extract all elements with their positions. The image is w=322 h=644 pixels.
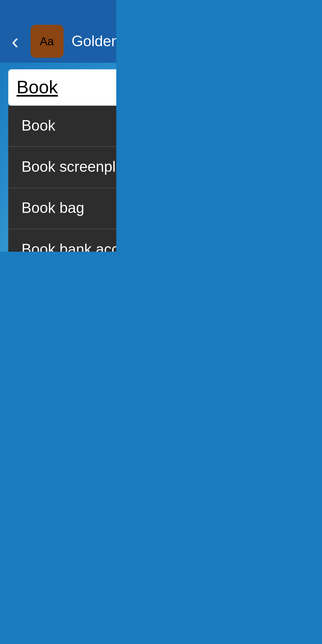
main-content: Book ✕ 🔍 Book Book screenplays Book bag … [0, 63, 116, 252]
search-input[interactable]: Book [16, 77, 116, 98]
list-item[interactable]: Book screenplays [8, 147, 116, 188]
app-icon: Aa [30, 25, 64, 58]
app-header: ‹ Aa Golden Dictionary (EN-AR) [0, 20, 116, 63]
back-button[interactable]: ‹ [8, 25, 22, 57]
dropdown-list: Book Book screenplays Book bag Book bank… [8, 106, 116, 252]
list-item[interactable]: Book [8, 106, 116, 147]
status-bar: 12:10 AM [0, 0, 116, 20]
list-item[interactable]: Book bag [8, 188, 116, 229]
app-title: Golden Dictionary (EN-AR) [72, 32, 116, 50]
search-box: Book ✕ [8, 69, 116, 106]
list-item[interactable]: Book bank account [8, 230, 116, 252]
